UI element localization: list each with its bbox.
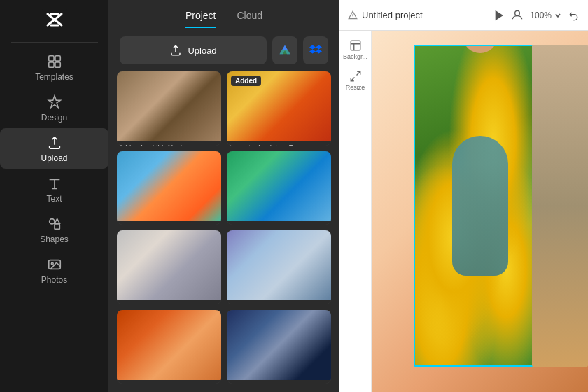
canvas-content[interactable] — [372, 31, 588, 392]
sidebar-item-shapes-label: Shapes — [40, 234, 69, 244]
media-item-4[interactable]: amy-shamblen-qdPn... — [227, 151, 331, 225]
save-icon[interactable] — [512, 10, 523, 21]
media-item-8[interactable] — [227, 310, 331, 384]
media-thumb-6 — [227, 230, 331, 300]
secondary-image[interactable] — [532, 45, 588, 367]
canvas-area: Untitled project 100% — [340, 0, 588, 392]
svg-point-5 — [49, 219, 54, 224]
sidebar: Templates Design Upload Text Shapes — [0, 0, 108, 392]
google-drive-button[interactable] — [272, 36, 298, 64]
play-icon[interactable] — [493, 10, 505, 21]
logo — [42, 7, 67, 32]
resize-tool-label: Resize — [346, 84, 365, 91]
background-tool[interactable]: Backgr... — [343, 36, 368, 63]
upload-button[interactable]: Upload — [120, 36, 267, 64]
upload-panel: Project Cloud Upload f — [108, 0, 340, 392]
zoom-level: 100% — [530, 10, 552, 20]
dropbox-icon — [309, 44, 322, 57]
woman-head-element — [463, 45, 498, 53]
resize-tool[interactable]: Resize — [343, 67, 368, 94]
chevron-down-icon — [554, 12, 561, 19]
upload-icon — [47, 135, 62, 150]
media-label-6: madhuri-mohite-kW... — [227, 300, 331, 304]
sidebar-item-design-label: Design — [41, 113, 67, 122]
svg-rect-2 — [55, 56, 59, 61]
shapes-icon — [47, 216, 62, 232]
sidebar-item-design[interactable]: Design — [0, 88, 108, 128]
sidebar-item-text-label: Text — [46, 194, 62, 204]
media-thumb-5 — [117, 230, 221, 300]
sidebar-item-photos-label: Photos — [41, 275, 67, 285]
canvas-topbar-right: 100% — [493, 10, 580, 21]
sidebar-item-upload-label: Upload — [41, 153, 67, 163]
canvas-topbar: Untitled project 100% — [340, 0, 588, 31]
resize-icon — [349, 70, 362, 83]
sidebar-item-photos[interactable]: Photos — [0, 250, 108, 290]
photos-icon — [47, 257, 62, 272]
sidebar-item-upload[interactable]: Upload — [0, 128, 108, 169]
upload-cloud-icon — [169, 44, 182, 57]
svg-rect-3 — [48, 62, 53, 67]
media-label-2: jene-stephaniuk-esR... — [227, 141, 331, 146]
media-thumb-3 — [117, 151, 221, 221]
added-badge: Added — [231, 76, 261, 86]
background-tool-label: Backgr... — [343, 53, 368, 60]
media-item-3[interactable]: anita-austvika-VRi-... — [117, 151, 221, 225]
media-thumb-1 — [117, 71, 221, 141]
svg-rect-4 — [55, 62, 59, 67]
undo-icon[interactable] — [568, 10, 580, 21]
media-thumb-7 — [117, 310, 221, 380]
dropbox-button[interactable] — [303, 36, 328, 64]
selected-image[interactable] — [414, 45, 547, 367]
media-item-7[interactable] — [117, 310, 221, 384]
tab-cloud[interactable]: Cloud — [237, 10, 262, 28]
media-label-5: janko-ferlic-EpblXG... — [117, 300, 221, 304]
media-label-8 — [227, 380, 331, 384]
svg-point-8 — [51, 262, 53, 265]
text-icon — [47, 176, 62, 191]
media-item-6[interactable]: madhuri-mohite-kW... — [227, 230, 331, 304]
background-icon — [349, 39, 362, 52]
canvas-title-area: Untitled project — [348, 10, 488, 20]
media-grid: fabian-bachli-lq1Iesk... Added jene-step… — [108, 71, 340, 392]
woman-figure-element — [452, 136, 508, 276]
canvas-workspace: Backgr... Resize — [340, 31, 588, 392]
media-label-7 — [117, 380, 221, 384]
sidebar-item-text[interactable]: Text — [0, 169, 108, 209]
google-drive-icon — [279, 44, 291, 57]
canvas-left-tools: Backgr... Resize — [340, 31, 372, 392]
media-thumb-8 — [227, 310, 331, 380]
media-label-4: amy-shamblen-qdPn... — [227, 221, 331, 225]
templates-icon — [47, 54, 62, 69]
svg-rect-6 — [55, 224, 59, 229]
media-item-2[interactable]: Added jene-stephaniuk-esR... — [227, 71, 331, 146]
media-item-1[interactable]: fabian-bachli-lq1Iesk... — [117, 71, 221, 146]
project-title[interactable]: Untitled project — [362, 10, 423, 20]
svg-rect-1 — [48, 56, 53, 61]
media-label-3: anita-austvika-VRi-... — [117, 221, 221, 225]
svg-rect-10 — [351, 41, 360, 50]
design-icon — [47, 94, 62, 110]
tab-project[interactable]: Project — [186, 10, 216, 28]
sidebar-item-templates-label: Templates — [35, 72, 74, 82]
svg-marker-9 — [496, 11, 503, 20]
tabs: Project Cloud — [108, 0, 340, 28]
sidebar-item-shapes[interactable]: Shapes — [0, 209, 108, 250]
upload-actions: Upload — [108, 28, 340, 71]
sidebar-divider — [11, 42, 98, 43]
sidebar-item-templates[interactable]: Templates — [0, 47, 108, 88]
warning-icon — [348, 10, 358, 20]
zoom-control[interactable]: 100% — [530, 10, 561, 20]
media-thumb-4 — [227, 151, 331, 221]
media-label-1: fabian-bachli-lq1Iesk... — [117, 141, 221, 146]
media-item-5[interactable]: janko-ferlic-EpblXG... — [117, 230, 221, 304]
